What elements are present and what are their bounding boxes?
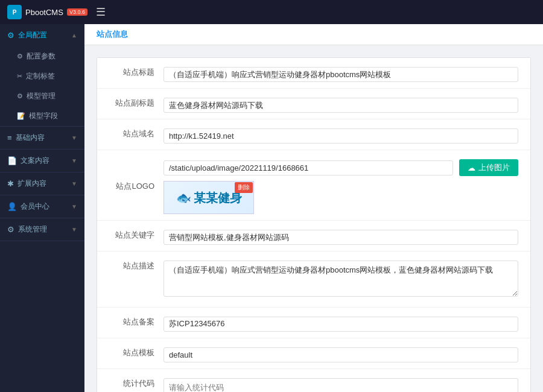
field-value-template: [164, 344, 518, 362]
model-icon: ⚙: [17, 92, 23, 100]
field-value-description: （自适应手机端）响应式营销型运动健身器材pbootcms网站模板，蓝色健身器材网…: [164, 258, 518, 301]
logo-icon: P: [7, 5, 22, 19]
logo-fish-icon: 🐟: [176, 188, 191, 207]
field-row-template: 站点模板: [97, 338, 530, 369]
extend-icon: ✱: [7, 179, 14, 188]
sidebar-section-label-member: 会员中心: [21, 201, 49, 212]
logo-preview-wrapper: 🐟 某某健身 删除: [164, 181, 254, 214]
site-template-input[interactable]: [164, 347, 518, 362]
tag-icon: ✂: [17, 72, 22, 80]
sidebar-section-label-article: 文案内容: [21, 156, 49, 166]
field-value-keywords: [164, 227, 518, 245]
field-value-subtitle: [164, 95, 518, 113]
form-container: 站点标题 站点副标题 站点域名: [84, 45, 543, 392]
sidebar-section-extended-content: ✱ 扩展内容 ▼: [0, 172, 84, 195]
form-panel: 站点标题 站点副标题 站点域名: [97, 57, 531, 392]
sidebar-item-model-fields[interactable]: 📝 模型字段: [0, 106, 84, 126]
field-label-description: 站点描述: [109, 258, 164, 271]
logo-text-preview: 🐟 某某健身: [176, 188, 242, 207]
system-icon: ⚙: [7, 225, 14, 234]
sidebar-item-article-content[interactable]: 📄 文案内容 ▼: [0, 150, 84, 172]
sidebar-section-member-center: 👤 会员中心 ▼: [0, 195, 84, 218]
sidebar: ⚙ 全局配置 ▲ ⚙ 配置参数 ✂ 定制标签 ⚙ 模型管理 📝 模型字段: [0, 24, 84, 392]
sidebar-item-extended-content[interactable]: ✱ 扩展内容 ▼: [0, 172, 84, 195]
list-icon: ≡: [7, 133, 12, 142]
settings-icon: ⚙: [17, 52, 23, 60]
field-label-stats-code: 统计代码: [109, 375, 164, 389]
field-value-icp: [164, 314, 518, 332]
logo-text: PbootCMS: [25, 8, 63, 17]
field-label-domain: 站点域名: [109, 125, 164, 139]
sidebar-section-article-content: 📄 文案内容 ▼: [0, 150, 84, 172]
sidebar-section-label-basic: 基础内容: [16, 133, 45, 143]
field-row-description: 站点描述 （自适应手机端）响应式营销型运动健身器材pbootcms网站模板，蓝色…: [97, 251, 530, 308]
field-row-logo: 站点LOGO ☁ 上传图片: [97, 150, 530, 221]
logo-delete-button[interactable]: 删除: [235, 182, 253, 193]
field-label-template: 站点模板: [109, 344, 164, 358]
arrow-icon-article: ▼: [71, 157, 77, 164]
top-header: P PbootCMS V3.0.6 ☰: [0, 0, 543, 24]
sidebar-item-global-config[interactable]: ⚙ 全局配置 ▲: [0, 24, 84, 46]
site-title-input[interactable]: [164, 67, 518, 82]
logo-upload-row: ☁ 上传图片: [164, 159, 518, 176]
sidebar-item-config-params[interactable]: ⚙ 配置参数: [0, 46, 84, 66]
sidebar-item-model-manage[interactable]: ⚙ 模型管理: [0, 86, 84, 106]
field-value-domain: [164, 125, 518, 144]
sidebar-item-basic-content[interactable]: ≡ 基础内容 ▼: [0, 127, 84, 149]
arrow-icon-member: ▼: [71, 203, 77, 210]
upload-btn-label: 上传图片: [478, 162, 510, 173]
breadcrumb-text: 站点信息: [97, 30, 128, 39]
arrow-icon-extended: ▼: [71, 180, 77, 187]
field-label-logo: 站点LOGO: [109, 178, 164, 192]
sidebar-section-label-system: 系统管理: [18, 224, 47, 235]
site-keywords-input[interactable]: [164, 230, 518, 245]
field-row-domain: 站点域名: [97, 119, 530, 150]
user-icon: 👤: [7, 202, 17, 211]
sidebar-section-label-global: 全局配置: [18, 30, 47, 40]
sidebar-section-label-extended: 扩展内容: [17, 179, 46, 189]
hamburger-icon[interactable]: ☰: [96, 5, 106, 19]
field-value-logo: ☁ 上传图片 🐟 某某健身: [164, 156, 518, 214]
arrow-icon-basic: ▼: [71, 134, 77, 141]
breadcrumb: 站点信息: [84, 24, 543, 45]
field-row-icp: 站点备案: [97, 308, 530, 338]
layout: ⚙ 全局配置 ▲ ⚙ 配置参数 ✂ 定制标签 ⚙ 模型管理 📝 模型字段: [0, 24, 543, 392]
field-row-stats-code: 统计代码: [97, 369, 530, 392]
field-value-stats-code: [164, 375, 518, 392]
site-stats-code-textarea[interactable]: [164, 378, 518, 392]
field-icon: 📝: [17, 112, 25, 120]
field-row-title: 站点标题: [97, 58, 530, 89]
logo-area: P PbootCMS V3.0.6 ☰: [7, 5, 106, 19]
sidebar-item-member-center[interactable]: 👤 会员中心 ▼: [0, 195, 84, 218]
sidebar-item-model-fields-label: 模型字段: [29, 111, 58, 121]
field-label-keywords: 站点关键字: [109, 227, 164, 241]
field-label-subtitle: 站点副标题: [109, 95, 164, 109]
arrow-icon-system: ▼: [71, 226, 77, 233]
sidebar-item-model-manage-label: 模型管理: [27, 91, 56, 101]
sidebar-item-config-params-label: 配置参数: [27, 51, 56, 62]
site-icp-input[interactable]: [164, 317, 518, 332]
upload-image-button[interactable]: ☁ 上传图片: [459, 159, 518, 176]
site-description-textarea[interactable]: （自适应手机端）响应式营销型运动健身器材pbootcms网站模板，蓝色健身器材网…: [164, 261, 518, 297]
field-label-icp: 站点备案: [109, 314, 164, 327]
field-row-subtitle: 站点副标题: [97, 89, 530, 119]
sidebar-item-custom-tags[interactable]: ✂ 定制标签: [0, 66, 84, 86]
main-content: 站点信息 站点标题 站点副标题: [84, 24, 543, 392]
site-domain-input[interactable]: [164, 128, 518, 144]
field-value-title: [164, 64, 518, 82]
sidebar-item-system-manage[interactable]: ⚙ 系统管理 ▼: [0, 218, 84, 241]
sidebar-section-basic-content: ≡ 基础内容 ▼: [0, 127, 84, 150]
site-subtitle-input[interactable]: [164, 98, 518, 113]
sidebar-section-system-manage: ⚙ 系统管理 ▼: [0, 218, 84, 241]
field-row-keywords: 站点关键字: [97, 221, 530, 251]
logo-path-input[interactable]: [164, 160, 453, 175]
upload-icon: ☁: [468, 163, 475, 172]
version-badge: V3.0.6: [67, 8, 87, 16]
sidebar-section-global-config: ⚙ 全局配置 ▲ ⚙ 配置参数 ✂ 定制标签 ⚙ 模型管理 📝 模型字段: [0, 24, 84, 127]
arrow-icon: ▲: [71, 32, 77, 39]
field-label-title: 站点标题: [109, 64, 164, 78]
gear-icon: ⚙: [7, 31, 14, 40]
sidebar-item-custom-tags-label: 定制标签: [26, 71, 55, 81]
doc-icon: 📄: [7, 156, 17, 165]
